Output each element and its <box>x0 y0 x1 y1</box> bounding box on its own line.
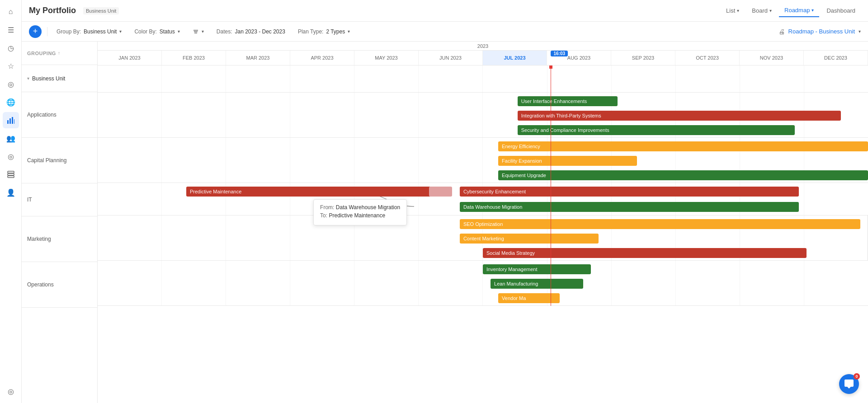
bar-predictive[interactable]: Predictive Maintenance <box>186 187 433 197</box>
roadmap-view-label[interactable]: Roadmap - Business Unit <box>788 28 855 35</box>
applications-label: Applications <box>22 92 97 137</box>
group-by-filter[interactable]: Group By: Business Unit ▾ <box>53 27 125 37</box>
plan-type-filter[interactable]: Plan Type: 2 Types ▾ <box>294 27 354 37</box>
month-dec: DEC 2023 <box>804 51 868 65</box>
tab-board-chevron: ▾ <box>769 8 772 13</box>
tab-roadmap-chevron: ▾ <box>811 8 814 13</box>
it-label: IT <box>22 183 97 216</box>
month-jun: JUN 2023 <box>419 51 483 65</box>
month-mar: MAR 2023 <box>226 51 290 65</box>
chat-badge: 0 <box>854 373 860 380</box>
plan-type-chevron: ▾ <box>348 29 350 34</box>
color-by-chevron: ▾ <box>178 29 180 34</box>
it-section: IT <box>22 183 97 216</box>
chat-bubble[interactable]: 0 <box>839 374 859 394</box>
bu-group-header: ▾ Business Unit <box>22 65 97 92</box>
month-may: MAY 2023 <box>354 51 419 65</box>
bu-label: Business Unit <box>32 75 65 82</box>
year-label: 2023 <box>477 43 488 49</box>
marketing-label: Marketing <box>22 216 97 262</box>
svg-rect-4 <box>8 171 14 173</box>
tab-list-chevron: ▾ <box>737 8 739 13</box>
timeline-header: 2023 16:03 JAN 2023 FEB 2023 MAR 2023 AP… <box>98 42 868 66</box>
sort-icon[interactable]: ↑ <box>58 51 61 56</box>
bar-vendor[interactable]: Vendor Ma <box>498 293 560 303</box>
applications-gantt: User Interface Enhancements Integration … <box>98 93 868 138</box>
bar-data-warehouse[interactable]: Data Warehouse Migration <box>460 202 799 212</box>
today-badge: 16:03 <box>551 51 568 56</box>
sidebar-clock[interactable]: ◷ <box>3 40 19 56</box>
month-nov: NOV 2023 <box>740 51 804 65</box>
month-sep: SEP 2023 <box>611 51 675 65</box>
tab-dashboard[interactable]: Dashboard <box>821 5 861 17</box>
today-badge-container: 16:03 <box>551 51 568 56</box>
tab-board[interactable]: Board ▾ <box>746 5 777 17</box>
sidebar-layers[interactable] <box>3 166 19 183</box>
roadmap-label-chevron: ▾ <box>859 29 861 34</box>
bar-integration[interactable]: Integration with Third-Party Systems <box>518 111 841 121</box>
month-jan: JAN 2023 <box>98 51 162 65</box>
capital-label: Capital Planning <box>22 138 97 183</box>
bu-chevron[interactable]: ▾ <box>27 76 29 81</box>
top-bar: My Portfolio Business Unit List ▾ Board … <box>22 0 868 22</box>
bar-energy[interactable]: Energy Efficiency <box>498 141 868 151</box>
bar-security[interactable]: Security and Compliance Improvements <box>518 125 795 135</box>
applications-section: Applications <box>22 92 97 138</box>
operations-text: Operations <box>27 281 54 288</box>
sidebar-chart[interactable] <box>3 112 19 128</box>
operations-label: Operations <box>22 262 97 307</box>
marketing-text: Marketing <box>27 236 51 242</box>
svg-rect-6 <box>8 176 14 178</box>
sidebar-user[interactable]: 👤 <box>3 184 19 201</box>
svg-rect-0 <box>7 120 9 124</box>
applications-text: Applications <box>27 112 57 118</box>
operations-gantt: Inventory Management Lean Manufacturing … <box>98 261 868 306</box>
bar-user-interface[interactable]: User Interface Enhancements <box>518 96 618 106</box>
bar-cybersecurity[interactable]: Cybersecurity Enhancement <box>460 187 799 197</box>
bar-seo[interactable]: SEO Optimization <box>460 219 860 229</box>
svg-rect-1 <box>9 118 11 124</box>
marketing-section: Marketing <box>22 216 97 262</box>
sidebar: ⌂ ☰ ◷ ☆ ◎ 🌐 👥 ◎ 👤 ◎ <box>0 0 22 403</box>
grouping-column: GROUPING ↑ ▾ Business Unit Applications <box>22 42 98 403</box>
dates-filter[interactable]: Dates: Jan 2023 - Dec 2023 <box>213 27 289 37</box>
capital-section: Capital Planning <box>22 138 97 183</box>
sidebar-target[interactable]: ◎ <box>3 148 19 164</box>
sidebar-help[interactable]: ◎ <box>3 383 19 399</box>
toolbar: + Group By: Business Unit ▾ Color By: St… <box>22 22 868 42</box>
it-text: IT <box>27 197 32 203</box>
bar-inventory[interactable]: Inventory Management <box>483 264 591 274</box>
it-gantt: Predictive Maintenance Cybersecurity Enh… <box>98 183 868 216</box>
bar-equipment[interactable]: Equipment Upgrade <box>498 170 868 180</box>
tab-list[interactable]: List ▾ <box>721 5 745 17</box>
sidebar-home[interactable]: ⌂ <box>3 4 19 20</box>
bar-facility[interactable]: Facility Expansion <box>498 156 637 166</box>
group-by-chevron: ▾ <box>119 29 122 34</box>
capital-text: Capital Planning <box>27 157 66 164</box>
svg-rect-3 <box>14 119 14 124</box>
timeline-area: 2023 16:03 JAN 2023 FEB 2023 MAR 2023 AP… <box>98 42 868 403</box>
roadmap-container: GROUPING ↑ ▾ Business Unit Applications <box>22 42 868 403</box>
filter-button[interactable]: ▾ <box>189 27 208 37</box>
month-apr: APR 2023 <box>290 51 354 65</box>
sidebar-star[interactable]: ☆ <box>3 58 19 74</box>
bar-lean[interactable]: Lean Manufacturing <box>491 279 583 289</box>
month-oct: OCT 2023 <box>675 51 740 65</box>
color-by-filter[interactable]: Color By: Status ▾ <box>131 27 183 37</box>
year-row: 2023 <box>98 42 868 51</box>
tab-roadmap[interactable]: Roadmap ▾ <box>779 4 819 17</box>
sidebar-menu[interactable]: ☰ <box>3 22 19 38</box>
nav-tabs: List ▾ Board ▾ Roadmap ▾ Dashboard <box>721 4 861 17</box>
bar-social-media[interactable]: Social Media Strategy <box>483 248 807 258</box>
bar-content-marketing[interactable]: Content Marketing <box>460 234 599 244</box>
dependency-tooltip: From: Data Warehouse Migration To: Predi… <box>313 199 407 225</box>
grouping-header: GROUPING ↑ <box>22 42 97 65</box>
bar-predictive-end <box>429 187 452 197</box>
add-button[interactable]: + <box>29 25 42 38</box>
sidebar-people[interactable]: 👥 <box>3 130 19 146</box>
sidebar-pin[interactable]: ◎ <box>3 76 19 92</box>
month-feb: FEB 2023 <box>162 51 226 65</box>
sidebar-globe[interactable]: 🌐 <box>3 94 19 110</box>
month-row: 16:03 JAN 2023 FEB 2023 MAR 2023 APR 202… <box>98 51 868 65</box>
print-icon[interactable]: 🖨 <box>778 28 785 35</box>
